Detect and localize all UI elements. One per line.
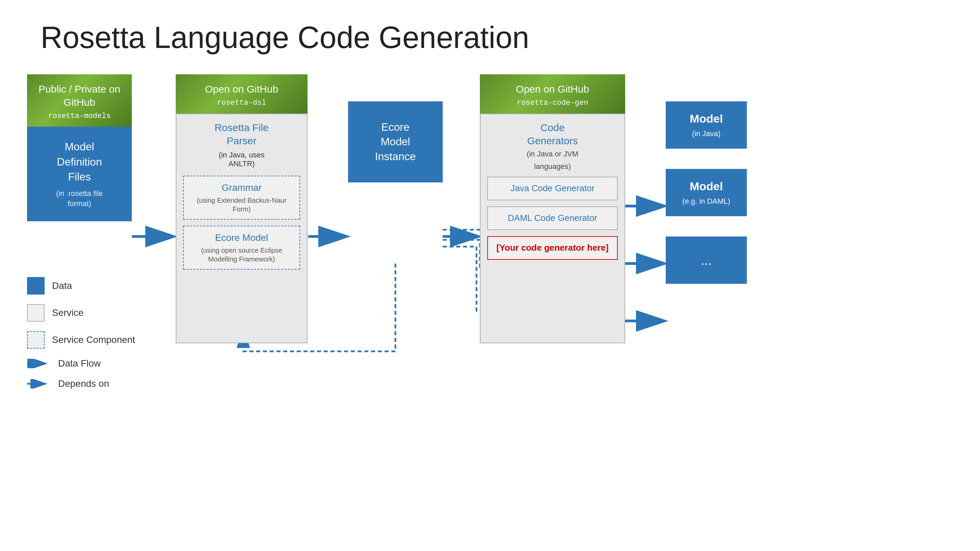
model-definition-box: ModelDefinitionFiles (in .rosetta filefo… [27, 127, 132, 221]
legend-service-label: Service [52, 307, 83, 318]
ecore-instance-title: EcoreModelInstance [375, 120, 416, 164]
column-codegen: Open on GitHub rosetta-code-gen CodeGene… [480, 74, 625, 343]
ecore-instance-box: EcoreModelInstance [348, 102, 443, 183]
legend-service-component-icon [27, 331, 45, 349]
legend-data-icon [27, 277, 45, 295]
data-flow-arrow-icon [27, 359, 51, 368]
depends-on-label: Depends on [58, 378, 109, 389]
legend-service-component: Service Component [27, 331, 135, 349]
legend-depends-on: Depends on [27, 378, 135, 389]
legend-data: Data [27, 277, 135, 295]
diagram-area: Public / Private on GitHub rosetta-model… [27, 74, 956, 530]
model-def-title: ModelDefinitionFiles [57, 141, 102, 183]
ecore-model-box: Ecore Model (using open source Eclipse M… [183, 225, 300, 270]
codegen-service-box: CodeGenerators (in Java or JVMlanguages)… [480, 114, 625, 343]
custom-codegen-box: [Your code generator here] [487, 236, 618, 260]
codegen-heading: CodeGenerators (in Java or JVMlanguages) [487, 121, 618, 172]
legend-data-flow: Data Flow [27, 358, 135, 369]
codegen-header: Open on GitHub rosetta-code-gen [480, 74, 625, 114]
daml-codegen-box: DAML Code Generator [487, 206, 618, 230]
column-dsl: Open on GitHub rosetta-dsl Rosetta FileP… [176, 74, 307, 343]
legend: Data Service Service Component Data Flow [27, 277, 135, 389]
column-public: Public / Private on GitHub rosetta-model… [27, 74, 132, 221]
parser-title: Rosetta FileParser [215, 122, 269, 146]
output-ellipsis-box: ... [666, 237, 747, 284]
legend-data-label: Data [52, 280, 72, 291]
java-codegen-box: Java Code Generator [487, 177, 618, 200]
page-title: Rosetta Language Code Generation [0, 0, 980, 72]
public-header: Public / Private on GitHub rosetta-model… [27, 74, 132, 127]
dsl-service-box: Rosetta FileParser (in Java, usesANLTR) … [176, 114, 307, 343]
model-def-sub: (in .rosetta fileformat) [56, 189, 103, 208]
grammar-box: Grammar (using Extended Backus-Naur Form… [183, 176, 300, 219]
legend-service-icon [27, 304, 45, 322]
output-java-box: Model (in Java) [666, 102, 747, 149]
column-ecore: EcoreModelInstance [348, 74, 443, 183]
data-flow-label: Data Flow [58, 358, 101, 369]
dsl-header: Open on GitHub rosetta-dsl [176, 74, 307, 114]
legend-service-component-label: Service Component [52, 335, 135, 345]
parser-sub: (in Java, usesANLTR) [219, 151, 265, 168]
output-column: Model (in Java) Model (e.g. in DAML) ... [666, 102, 747, 284]
legend-service: Service [27, 304, 135, 322]
depends-on-arrow-icon [27, 379, 51, 389]
output-daml-box: Model (e.g. in DAML) [666, 169, 747, 216]
